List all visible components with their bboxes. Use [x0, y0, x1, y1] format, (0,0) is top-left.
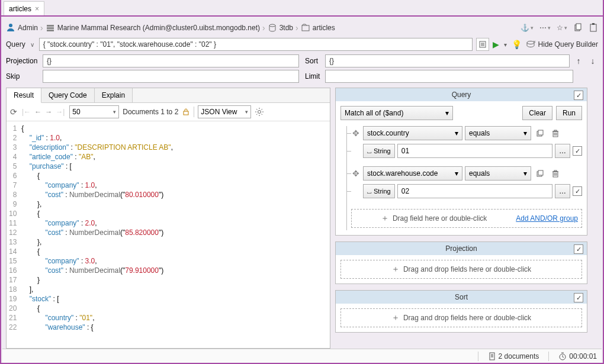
condition-value-input[interactable] — [397, 144, 552, 158]
condition-field-select[interactable]: stock.country▾ — [363, 126, 462, 140]
sort-input[interactable] — [325, 54, 570, 67]
condition-operator-select[interactable]: equals▾ — [465, 166, 531, 181]
query-input[interactable] — [39, 38, 473, 51]
projection-builder-header: Projection ✓ — [336, 242, 587, 255]
page-size-select[interactable]: 50▾ — [69, 105, 119, 118]
condition-field-select[interactable]: stock.warehouse.code▾ — [363, 166, 462, 181]
sort-builder-header: Sort ✓ — [336, 291, 587, 304]
copy-icon[interactable] — [573, 23, 583, 33]
condition-enabled-checkbox[interactable]: ✓ — [573, 146, 582, 156]
svg-rect-36 — [538, 170, 543, 175]
run-dropdown[interactable]: ▾ — [503, 41, 508, 48]
sort-drop-zone[interactable]: ＋Drag and drop fields here or double-cli… — [340, 308, 582, 327]
hide-query-builder-button[interactable]: Hide Query Builder — [525, 40, 598, 49]
projection-enabled-checkbox[interactable]: ✓ — [574, 244, 583, 254]
svg-line-25 — [256, 114, 258, 115]
status-bar: 2 documents 00:00:01 — [2, 349, 602, 363]
breadcrumb-collection[interactable]: articles — [313, 24, 335, 32]
svg-rect-43 — [490, 353, 494, 360]
value-options-button[interactable]: … — [555, 184, 570, 198]
projection-input[interactable] — [43, 54, 299, 67]
svg-line-49 — [563, 357, 564, 357]
limit-label: Limit — [305, 72, 322, 80]
tab-label: articles — [9, 5, 31, 13]
copy-icon[interactable] — [534, 127, 547, 140]
svg-point-18 — [258, 111, 261, 114]
server-icon — [46, 23, 55, 33]
status-elapsed: 00:00:01 — [558, 352, 597, 360]
svg-rect-42 — [554, 170, 557, 172]
nav-last-icon[interactable]: →| — [54, 108, 66, 116]
hint-icon[interactable]: 💡 — [512, 40, 522, 49]
nav-next-icon[interactable]: → — [44, 108, 53, 116]
tab-query-code[interactable]: Query Code — [41, 88, 95, 102]
close-icon[interactable]: × — [35, 5, 39, 13]
query-row: Query ∨ ▶ ▾ 💡 Hide Query Builder — [6, 38, 598, 51]
value-options-button[interactable]: … — [555, 144, 570, 158]
condition-type-select[interactable]: ⎵ String — [363, 144, 395, 158]
svg-rect-9 — [592, 23, 595, 25]
tab-result[interactable]: Result — [7, 88, 41, 103]
svg-point-4 — [269, 24, 275, 27]
tab-explain[interactable]: Explain — [95, 88, 133, 102]
query-options-icon[interactable] — [476, 38, 489, 51]
trash-icon[interactable] — [549, 127, 562, 140]
query-drop-zone[interactable]: ＋Drag field here or double-click Add AND… — [351, 209, 582, 228]
condition-value-input[interactable] — [397, 184, 552, 198]
svg-line-26 — [262, 109, 263, 110]
svg-rect-3 — [47, 30, 54, 31]
breadcrumb-database[interactable]: 3tdb — [279, 24, 293, 32]
nav-prev-icon[interactable]: ← — [33, 108, 43, 116]
skip-input[interactable] — [43, 70, 299, 83]
svg-rect-28 — [538, 130, 543, 135]
add-and-or-group[interactable]: Add AND/OR group — [516, 214, 578, 223]
refresh-icon[interactable]: ⟳ — [10, 107, 17, 117]
svg-rect-5 — [302, 25, 309, 31]
query-builder-header: Query ✓ — [336, 88, 587, 101]
svg-rect-1 — [47, 25, 54, 27]
gear-icon[interactable] — [255, 107, 264, 117]
anchor-icon[interactable]: ⚓▾ — [521, 24, 534, 32]
svg-line-23 — [256, 109, 258, 110]
skip-label: Skip — [6, 72, 39, 80]
condition-operator-select[interactable]: equals▾ — [465, 126, 531, 140]
match-mode-select[interactable]: Match all of ($and)▾ — [340, 106, 453, 120]
json-result-view[interactable]: 12345678910111213141516171819202122 { "_… — [7, 121, 330, 348]
document-range: Documents 1 to 2 — [123, 108, 178, 116]
run-icon[interactable]: ▶ — [493, 40, 499, 49]
sort-asc-icon[interactable]: ↑ — [573, 54, 584, 67]
svg-point-0 — [9, 24, 12, 27]
sort-desc-icon[interactable]: ↓ — [587, 54, 598, 67]
lock-icon[interactable] — [182, 108, 190, 116]
status-doc-count: 2 documents — [488, 352, 539, 360]
svg-rect-7 — [576, 24, 581, 30]
query-history-dropdown[interactable]: ∨ — [29, 41, 36, 48]
sort-enabled-checkbox[interactable]: ✓ — [574, 293, 583, 302]
drag-handle-icon[interactable]: ✥ — [351, 127, 361, 140]
database-icon — [268, 23, 277, 33]
more-icon[interactable]: ⋯▾ — [539, 24, 551, 32]
trash-icon[interactable] — [549, 167, 562, 180]
paste-icon[interactable] — [589, 23, 598, 33]
breadcrumb-user[interactable]: Admin — [18, 24, 38, 32]
query-enabled-checkbox[interactable]: ✓ — [574, 91, 583, 100]
user-icon — [6, 22, 15, 34]
run-button[interactable]: Run — [556, 106, 582, 120]
collection-icon — [301, 23, 310, 33]
clear-button[interactable]: Clear — [522, 106, 552, 120]
view-mode-select[interactable]: JSON View▾ — [198, 105, 251, 118]
projection-label: Projection — [6, 57, 39, 65]
condition-enabled-checkbox[interactable]: ✓ — [573, 186, 582, 196]
tab-articles[interactable]: articles × — [4, 1, 44, 15]
breadcrumb-connection[interactable]: Marine Mammal Research (Admin@cluster0.u… — [57, 24, 260, 32]
svg-rect-2 — [47, 27, 54, 29]
drag-handle-icon[interactable]: ✥ — [351, 167, 361, 180]
condition-type-select[interactable]: ⎵ String — [363, 184, 395, 198]
svg-rect-17 — [184, 111, 188, 115]
results-panel: Result Query Code Explain ⟳ |← ← → →| 50… — [6, 88, 330, 349]
limit-input[interactable] — [325, 70, 573, 83]
copy-icon[interactable] — [534, 167, 547, 180]
star-icon[interactable]: ☆▾ — [557, 24, 567, 32]
nav-first-icon[interactable]: |← — [21, 108, 32, 116]
projection-drop-zone[interactable]: ＋Drag and drop fields here or double-cli… — [340, 260, 582, 279]
